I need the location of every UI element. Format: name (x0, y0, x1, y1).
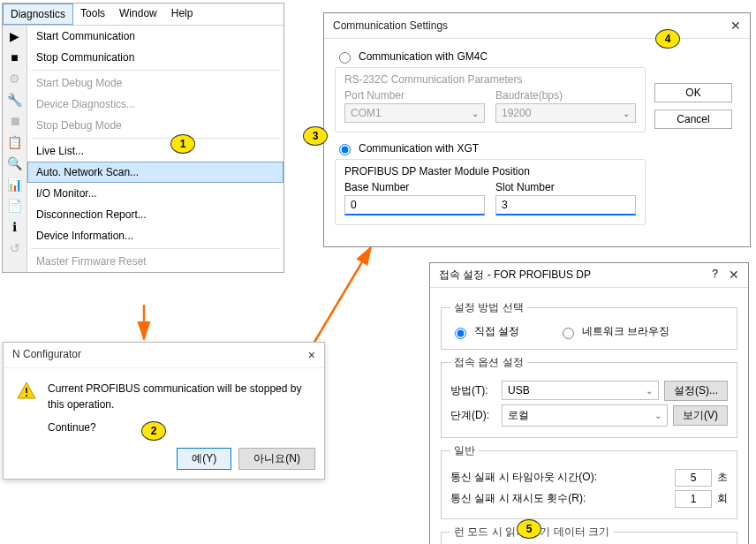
live-icon: 📋 (3, 132, 26, 153)
method-combo[interactable]: USB⌄ (502, 381, 659, 400)
radio-browse[interactable] (563, 328, 574, 339)
general-group: 일반 통신 실패 시 타임아웃 시간(O): 5 초 통신 실패 시 재시도 횟… (441, 443, 737, 519)
menu-list: Start Communication Stop Communication S… (27, 26, 284, 272)
baud-combo: 19200⌄ (495, 103, 636, 123)
conn-title: 접속 설정 - FOR PROFIBUS DP (439, 268, 591, 283)
timeout-unit: 초 (717, 470, 728, 485)
debug-icon: ⚙ (3, 68, 26, 89)
menu-io-monitor[interactable]: I/O Monitor... (27, 183, 284, 204)
menu-start-debug: Start Debug Mode (27, 72, 284, 94)
portnum-label: Port Number (344, 89, 485, 102)
view-button[interactable]: 보기(V) (673, 405, 728, 426)
menu-firmware-reset: Master Firmware Reset (27, 251, 284, 272)
connection-settings-dialog: 접속 설정 - FOR PROFIBUS DP ? ✕ 설정 방법 선택 직접 … (429, 262, 749, 544)
retry-label: 통신 실패 시 재시도 횟수(R): (450, 491, 669, 506)
timeout-label: 통신 실패 시 타임아웃 시간(O): (450, 470, 669, 485)
radio-xgt-label: Communication with XGT (359, 142, 479, 155)
close-icon[interactable]: ✕ (730, 19, 741, 33)
reset-icon: ↺ (3, 238, 26, 259)
callout-4: 4 (655, 29, 680, 49)
cancel-button[interactable]: Cancel (654, 110, 732, 129)
method-label: 방법(T): (450, 383, 496, 398)
callout-5: 5 (517, 519, 541, 539)
chevron-down-icon: ⌄ (654, 411, 662, 420)
ok-button[interactable]: OK (654, 83, 732, 102)
stop-comm-icon: ■ (3, 47, 26, 68)
method-legend: 설정 방법 선택 (450, 300, 527, 315)
help-icon[interactable]: ? (712, 268, 718, 283)
master-pos-group: PROFIBUS DP Master Module Position Base … (335, 159, 646, 225)
diag-icon: 🔧 (3, 89, 26, 110)
radio-direct-label: 직접 설정 (474, 324, 519, 339)
master-pos-legend: PROFIBUS DP Master Module Position (344, 165, 636, 178)
menu-device-info[interactable]: Device Information... (27, 225, 284, 246)
menubar-window[interactable]: Window (112, 4, 164, 25)
menu-disconnection-report[interactable]: Disconnection Report... (27, 204, 284, 225)
menubar-help[interactable]: Help (164, 4, 200, 25)
menu-device-diag: Device Diagnostics... (27, 94, 284, 115)
menu-stop-comm[interactable]: Stop Communication (27, 47, 284, 68)
radio-gm4c[interactable] (339, 52, 351, 64)
rs232-legend: RS-232C Communication Parameters (344, 73, 636, 86)
menu-icon-strip: ▶ ■ ⚙ 🔧 ⏹ 📋 🔍 📊 📄 ℹ ↺ (3, 26, 27, 272)
scan-icon: 🔍 (3, 153, 26, 174)
method-group: 설정 방법 선택 직접 설정 네트워크 브라우징 (441, 300, 737, 350)
chevron-down-icon: ⌄ (646, 386, 653, 396)
menubar: Diagnostics Tools Window Help (3, 4, 284, 26)
general-legend: 일반 (450, 443, 479, 458)
chevron-down-icon: ⌄ (472, 109, 479, 118)
info-icon: ℹ (3, 216, 26, 238)
rw-size-group: 런 모드 시 읽기/쓰기 데이터 크기 보통(N) 최대(M) * 스톱 모드에… (441, 525, 737, 545)
comm-title: Communication Settings (333, 19, 448, 32)
option-group: 접속 옵션 설정 방법(T): USB⌄ 설정(S)... 단계(D): 로컬⌄… (441, 355, 737, 438)
slot-label: Slot Number (495, 181, 636, 193)
slot-input[interactable]: 3 (495, 195, 636, 215)
menu-stop-debug: Stop Debug Mode (27, 115, 284, 136)
timeout-spinner[interactable]: 5 (675, 469, 712, 487)
option-legend: 접속 옵션 설정 (450, 355, 527, 370)
radio-xgt[interactable] (339, 144, 351, 155)
diagnostics-menu-window: Diagnostics Tools Window Help ▶ ■ ⚙ 🔧 ⏹ … (2, 3, 284, 273)
menubar-diagnostics[interactable]: Diagnostics (3, 4, 73, 25)
rs232-group: RS-232C Communication Parameters Port Nu… (335, 67, 646, 132)
confirm-dialog: N Configurator × Current PROFIBUS commun… (3, 342, 325, 480)
base-label: Base Number (344, 181, 485, 193)
radio-gm4c-label: Communication with GM4C (359, 50, 488, 63)
confirm-continue: Continue? (48, 419, 312, 435)
start-comm-icon: ▶ (3, 26, 26, 47)
menubar-tools[interactable]: Tools (73, 4, 112, 25)
settings-button[interactable]: 설정(S)... (664, 381, 728, 401)
confirm-title: N Configurator (12, 348, 81, 362)
menu-auto-network-scan[interactable]: Auto. Network Scan... (27, 162, 284, 183)
level-combo[interactable]: 로컬⌄ (502, 404, 668, 427)
radio-direct[interactable] (455, 328, 466, 339)
svg-rect-3 (26, 395, 27, 397)
retry-spinner[interactable]: 1 (675, 490, 712, 508)
menu-start-comm[interactable]: Start Communication (27, 26, 284, 47)
yes-button[interactable]: 예(Y) (177, 448, 231, 470)
warning-icon (16, 381, 37, 402)
portnum-combo: COM1⌄ (344, 103, 485, 123)
close-icon[interactable]: ✕ (729, 268, 739, 283)
close-icon[interactable]: × (308, 348, 315, 362)
no-button[interactable]: 아니요(N) (238, 448, 315, 470)
radio-browse-label: 네트워크 브라우징 (582, 324, 669, 339)
disc-icon: 📄 (3, 195, 26, 216)
callout-1: 1 (170, 134, 195, 154)
menu-live-list[interactable]: Live List... (27, 140, 284, 162)
callout-2: 2 (141, 421, 166, 441)
confirm-msg: Current PROFIBUS communication will be s… (48, 381, 312, 412)
chevron-down-icon: ⌄ (623, 109, 630, 118)
stop-debug-icon: ⏹ (3, 110, 26, 132)
retry-unit: 회 (717, 491, 728, 506)
baud-label: Baudrate(bps) (495, 89, 636, 102)
io-icon: 📊 (3, 174, 26, 195)
svg-rect-2 (26, 388, 27, 393)
level-label: 단계(D): (450, 408, 496, 423)
base-input[interactable]: 0 (344, 195, 485, 215)
callout-3: 3 (303, 126, 328, 146)
comm-settings-dialog: Communication Settings ✕ Communication w… (323, 12, 751, 247)
